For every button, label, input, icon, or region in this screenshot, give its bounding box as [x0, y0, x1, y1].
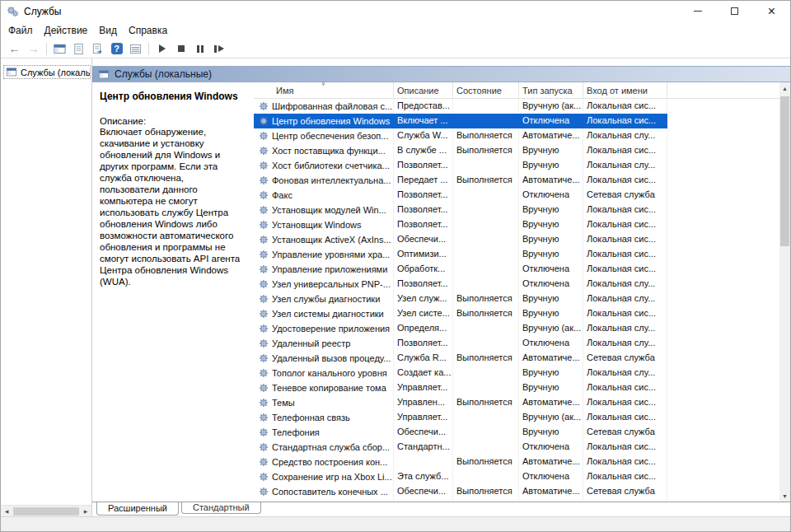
help-icon: ? [111, 43, 123, 54]
service-gear-icon [259, 398, 269, 408]
table-row[interactable]: Фоновая интеллектуальна...Передает ...Вы… [254, 173, 667, 188]
menu-item[interactable]: Вид [93, 25, 123, 36]
description-cell: Управляет... [394, 380, 453, 395]
toolbar-separator [46, 43, 47, 55]
startup-type-cell: Автоматиче... [519, 351, 583, 366]
description-cell: Обеспечи... [394, 425, 453, 440]
table-row[interactable]: Шифрованная файловая с...Предостав...Вру… [254, 99, 667, 114]
horizontal-scroll-thumb[interactable] [13, 507, 79, 516]
column-header[interactable]: Вход от имени [583, 82, 667, 98]
table-row[interactable]: Теневое копирование томаУправляет...Вруч… [254, 380, 667, 395]
table-row[interactable]: Центр обновления WindowsВключает ...Откл… [254, 114, 667, 128]
table-row[interactable]: ТелефонияОбеспечи...ВручнуюСетевая служб… [254, 425, 667, 440]
tree-item-label: Службы (локальные) [21, 68, 91, 77]
logon-as-cell: Локальная сис... [583, 143, 667, 158]
properties-button[interactable] [69, 40, 88, 57]
scroll-track[interactable] [779, 94, 790, 490]
tab-extended-view[interactable]: Расширенный [96, 502, 179, 516]
description-cell: В службе ... [394, 143, 453, 158]
table-row[interactable]: Установщик модулей Win...Позволяет...Вру… [254, 203, 667, 217]
menu-item[interactable]: Справка [123, 25, 173, 36]
description-cell: Служба W... [394, 128, 453, 143]
forward-button[interactable]: → [24, 40, 43, 57]
back-button[interactable]: ← [5, 40, 24, 57]
show-console-tree-button[interactable] [50, 40, 69, 57]
help-button[interactable]: ? [107, 40, 126, 57]
description-cell: Позволяет... [394, 203, 453, 217]
service-gear-icon [259, 309, 269, 319]
status-cell [453, 440, 519, 455]
startup-type-cell: Вручную [519, 292, 583, 306]
scroll-down-icon[interactable]: ▼ [782, 490, 788, 502]
table-row[interactable]: Удаленный реестрПозволяет...ОтключенаЛок… [254, 336, 667, 351]
close-button[interactable]: × [753, 1, 790, 21]
export-list-button[interactable] [88, 40, 107, 57]
status-cell [453, 425, 519, 440]
table-row[interactable]: Узел системы диагностикиУзел систе...Вып… [254, 306, 667, 321]
startup-type-cell: Отключена [519, 262, 583, 277]
startup-type-cell: Автоматиче... [519, 128, 583, 143]
column-header[interactable]: Имя∨ [254, 82, 394, 98]
table-row[interactable]: Установщик WindowsПозволяет...ВручнуюЛок… [254, 217, 667, 232]
table-row[interactable]: Установщик ActiveX (AxIns...Обеспечи...В… [254, 232, 667, 247]
startup-type-cell: Вручную (ак... [519, 321, 583, 336]
show-console-tree-icon [54, 43, 66, 55]
column-header[interactable]: Описание [394, 82, 453, 98]
description-cell: Определя... [394, 321, 453, 336]
logon-as-cell: Локальная сис... [583, 114, 667, 128]
scroll-left-icon[interactable]: ◀ [1, 506, 12, 517]
table-row[interactable]: ТемыУправлен...ВыполняетсяАвтоматиче...Л… [254, 395, 667, 410]
close-icon: × [768, 5, 775, 18]
startup-type-cell: Вручную [519, 158, 583, 173]
pause-service-button[interactable] [190, 40, 209, 57]
menu-item[interactable]: Файл [2, 25, 39, 36]
menu-item[interactable]: Действие [39, 25, 94, 36]
table-row[interactable]: Сохранение игр на Xbox Li...Эта служб...… [254, 469, 667, 484]
tree-horizontal-scrollbar[interactable]: ◀ ▶ [1, 505, 91, 516]
table-row[interactable]: Удостоверение приложенияОпределя...Вручн… [254, 321, 667, 336]
table-row[interactable]: Тополог канального уровняСоздает ка...Вр… [254, 366, 667, 380]
logon-as-cell: Локальная слу... [583, 128, 667, 143]
table-row[interactable]: Телефонная связьУправляет...Вручную (ак.… [254, 410, 667, 425]
tree-item-services-local[interactable]: Службы (локальные) [3, 65, 91, 79]
sort-ascending-icon: ∨ [321, 80, 326, 87]
status-cell [453, 217, 519, 232]
table-row[interactable]: Управление уровнями хра...Оптимизи...Вру… [254, 247, 667, 262]
table-row[interactable]: ФаксПозволяет...ОтключенаСетевая служба [254, 188, 667, 203]
restart-service-button[interactable] [209, 40, 228, 57]
stop-service-button[interactable] [171, 40, 190, 57]
description-cell: Управлен... [394, 395, 453, 410]
table-row[interactable]: События получения непо...Запуск пр...Вру… [254, 499, 667, 502]
scroll-up-icon[interactable]: ▲ [782, 82, 788, 94]
vertical-scrollbar[interactable]: ▲ ▼ [779, 82, 790, 502]
table-row[interactable]: Средство построения кон...ВыполняетсяАвт… [254, 455, 667, 469]
export-list-icon [91, 43, 104, 55]
vertical-scroll-thumb[interactable] [780, 96, 789, 246]
action-pane-button[interactable] [126, 40, 145, 57]
start-service-button[interactable] [152, 40, 171, 57]
tab-standard-view[interactable]: Стандартный [181, 502, 261, 514]
startup-type-cell: Автоматиче... [519, 484, 583, 499]
scroll-right-icon[interactable]: ▶ [80, 506, 91, 517]
service-name: Факс [272, 189, 293, 203]
table-row[interactable]: Узел универсальных PNP-...Позволяет...От… [254, 277, 667, 292]
column-header[interactable]: Тип запуска [519, 82, 583, 98]
table-row[interactable]: Узел службы диагностикиУзел служ...Выпол… [254, 292, 667, 306]
maximize-button[interactable] [716, 1, 753, 21]
table-row[interactable]: Управление приложениямиОбработк...Отключ… [254, 262, 667, 277]
table-row[interactable]: Стандартная служба сбор...Стандартн...От… [254, 440, 667, 455]
minimize-button[interactable] [679, 1, 716, 21]
table-row[interactable]: Центр обеспечения безоп...Служба W...Вып… [254, 128, 667, 143]
description-cell: Предостав... [394, 99, 453, 114]
column-header[interactable]: Состояние [453, 82, 519, 98]
service-gear-icon [259, 235, 269, 245]
table-row[interactable]: Удаленный вызов процеду...Служба R...Вып… [254, 351, 667, 366]
table-row[interactable]: Хост поставщика функци...В службе ...Вып… [254, 143, 667, 158]
logon-as-cell: Локальная сис... [583, 499, 667, 502]
description-cell: Управляет... [394, 410, 453, 425]
table-row[interactable]: Хост библиотеки счетчика...Позволяет...В… [254, 158, 667, 173]
service-name-cell: События получения непо... [254, 499, 394, 502]
table-row[interactable]: Сопоставитель конечных ...Обеспечи...Вып… [254, 484, 667, 499]
description-cell: Обработк... [394, 262, 453, 277]
service-name: Шифрованная файловая с... [272, 100, 392, 114]
